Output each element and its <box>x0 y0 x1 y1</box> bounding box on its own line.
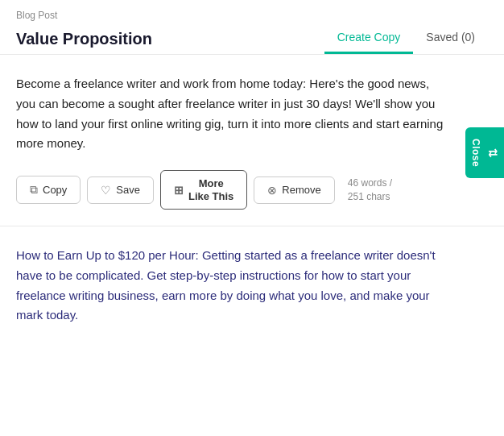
card-1-actions: Copy Save MoreLike This Remove 46 words … <box>16 170 488 210</box>
main-content: ⇅ Close Become a freelance writer and wo… <box>0 55 504 361</box>
word-char-count: 46 words / 251 chars <box>348 176 392 204</box>
breadcrumb: Blog Post <box>16 10 488 21</box>
copy-label: Copy <box>43 184 67 196</box>
tab-saved[interactable]: Saved (0) <box>413 24 488 54</box>
card-2-text: How to Earn Up to $120 per Hour: Getting… <box>16 246 451 326</box>
remove-label: Remove <box>282 184 320 196</box>
word-count-text: 46 words / <box>348 177 392 189</box>
save-button[interactable]: Save <box>87 176 154 204</box>
tab-create-copy[interactable]: Create Copy <box>324 24 414 54</box>
more-like-this-label: MoreLike This <box>188 177 233 202</box>
close-arrow-icon: ⇅ <box>486 147 499 158</box>
remove-button[interactable]: Remove <box>254 176 334 204</box>
copy-button[interactable]: Copy <box>16 176 81 204</box>
more-icon <box>174 184 184 197</box>
header-row: Value Proposition Create Copy Saved (0) <box>16 24 488 54</box>
save-label: Save <box>116 184 140 196</box>
more-like-this-button[interactable]: MoreLike This <box>160 170 247 210</box>
page-title: Value Proposition <box>16 30 152 48</box>
close-tab-label: Close <box>470 139 481 167</box>
close-tab[interactable]: ⇅ Close <box>465 127 504 178</box>
header: Blog Post Value Proposition Create Copy … <box>0 0 504 55</box>
result-card-2: How to Earn Up to $120 per Hour: Getting… <box>0 226 504 361</box>
card-1-text: Become a freelance writer and work from … <box>16 74 451 154</box>
header-tabs: Create Copy Saved (0) <box>324 24 488 54</box>
copy-icon <box>30 183 38 197</box>
char-count-text: 251 chars <box>348 191 390 202</box>
result-card-1: Become a freelance writer and work from … <box>0 55 504 226</box>
remove-icon <box>267 184 277 197</box>
heart-icon <box>101 184 111 197</box>
